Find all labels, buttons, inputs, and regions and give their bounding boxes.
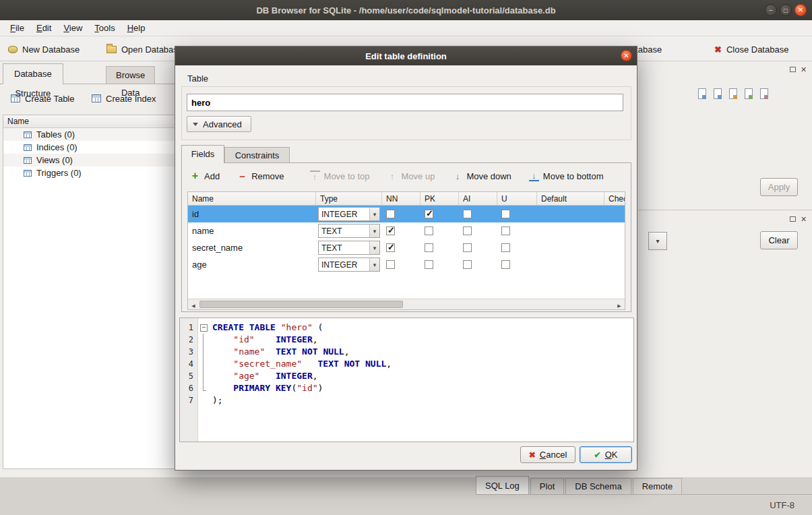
column-header-u[interactable]: U — [497, 192, 537, 205]
ai-checkbox[interactable] — [463, 243, 472, 252]
type-combo[interactable]: TEXT — [318, 224, 380, 238]
field-name-cell[interactable]: age — [188, 256, 316, 273]
column-header-default[interactable]: Default — [537, 192, 604, 205]
close-dock-icon[interactable] — [801, 214, 807, 224]
ok-button[interactable]: OK — [580, 446, 632, 463]
field-type-cell[interactable]: TEXT — [316, 222, 382, 239]
nn-checkbox[interactable] — [386, 226, 395, 235]
column-header-name[interactable]: Name — [188, 192, 316, 205]
u-checkbox[interactable] — [501, 243, 510, 252]
close-database-button[interactable]: Close Database — [714, 41, 788, 57]
menu-help[interactable]: Help — [121, 22, 152, 34]
tab-constraints[interactable]: Constraints — [224, 147, 290, 163]
add-button[interactable]: Add — [190, 171, 220, 181]
open-database-button[interactable]: Open Database — [106, 41, 183, 57]
new-database-button[interactable]: New Database — [8, 41, 80, 57]
u-checkbox[interactable] — [501, 260, 510, 269]
create-index-button[interactable]: Create Index — [86, 88, 161, 109]
field-check-cell[interactable] — [604, 206, 625, 222]
close-button[interactable] — [794, 4, 807, 16]
toolbar-icon[interactable] — [714, 88, 722, 99]
fold-marker-icon[interactable] — [197, 322, 210, 334]
u-checkbox[interactable] — [501, 210, 510, 218]
toolbar-icon[interactable] — [698, 88, 706, 99]
type-combo[interactable]: TEXT — [318, 241, 380, 255]
dialog-close-button[interactable] — [621, 50, 632, 61]
bottom-tab-sql-log[interactable]: SQL Log — [476, 476, 529, 495]
scrollbar-thumb[interactable] — [199, 301, 403, 308]
pk-checkbox[interactable] — [425, 210, 433, 218]
column-header-type[interactable]: Type — [316, 192, 382, 205]
tab-browse-data[interactable]: Browse Data — [106, 66, 155, 84]
menu-view[interactable]: View — [57, 22, 88, 34]
ai-checkbox[interactable] — [463, 226, 472, 235]
column-header-check[interactable]: Check — [604, 192, 625, 205]
bottom-tab-remote[interactable]: Remote — [633, 478, 683, 495]
field-name-cell[interactable]: id — [188, 206, 316, 222]
field-check-cell[interactable] — [604, 239, 625, 256]
field-default-cell[interactable] — [537, 206, 604, 222]
tab-fields[interactable]: Fields — [181, 145, 224, 163]
fold-marker-icon — [197, 358, 210, 370]
field-row[interactable]: nameTEXT — [188, 222, 625, 239]
scroll-left-arrow-icon[interactable] — [188, 299, 199, 309]
ai-checkbox[interactable] — [463, 210, 472, 218]
field-row[interactable]: secret_nameTEXT — [188, 239, 625, 256]
float-dock-icon[interactable] — [790, 67, 796, 72]
clear-button[interactable]: Clear — [760, 231, 798, 249]
column-header-ai[interactable]: AI — [459, 192, 497, 205]
close-dock-icon[interactable] — [801, 64, 807, 74]
pk-checkbox[interactable] — [425, 243, 433, 252]
u-checkbox[interactable] — [501, 226, 510, 235]
horizontal-scrollbar[interactable] — [188, 299, 625, 309]
type-combo[interactable]: INTEGER — [318, 258, 380, 272]
title-bar[interactable]: DB Browser for SQLite - /home/user/code/… — [0, 0, 812, 20]
close-database-icon — [714, 44, 722, 55]
menu-edit[interactable]: Edit — [30, 22, 57, 34]
column-header-pk[interactable]: PK — [420, 192, 459, 205]
pk-checkbox[interactable] — [425, 260, 433, 269]
field-type-cell[interactable]: INTEGER — [316, 256, 382, 273]
move-down-button[interactable]: Move down — [452, 171, 511, 181]
column-header-nn[interactable]: NN — [382, 192, 420, 205]
table-name-input[interactable] — [187, 94, 623, 111]
minimize-button[interactable] — [765, 4, 777, 16]
bottom-tab-plot[interactable]: Plot — [530, 478, 564, 495]
field-default-cell[interactable] — [537, 222, 604, 239]
bottom-tab-db-schema[interactable]: DB Schema — [565, 478, 631, 495]
field-default-cell[interactable] — [537, 239, 604, 256]
tab-database-structure[interactable]: Database Structure — [3, 63, 63, 84]
field-default-cell[interactable] — [537, 256, 604, 273]
scroll-right-arrow-icon[interactable] — [614, 299, 625, 309]
cancel-button[interactable]: Cancel — [520, 446, 575, 463]
field-row[interactable]: ageINTEGER — [188, 256, 625, 273]
toolbar-icon[interactable] — [745, 88, 753, 99]
mode-combo-fragment[interactable] — [648, 232, 667, 250]
nn-checkbox[interactable] — [386, 210, 395, 218]
apply-button[interactable]: Apply — [760, 178, 798, 196]
field-type-cell[interactable]: INTEGER — [316, 206, 382, 222]
toolbar-icon[interactable] — [729, 88, 737, 99]
field-check-cell[interactable] — [604, 256, 625, 273]
menu-file[interactable]: File — [4, 22, 30, 34]
menu-tools[interactable]: Tools — [88, 22, 121, 34]
field-row[interactable]: idINTEGER — [188, 206, 625, 222]
type-combo[interactable]: INTEGER — [318, 207, 380, 221]
dialog-title-bar[interactable]: Edit table definition — [175, 47, 637, 65]
pk-checkbox[interactable] — [425, 226, 433, 235]
maximize-button[interactable] — [780, 4, 792, 16]
dock-controls-top — [790, 64, 807, 74]
nn-checkbox[interactable] — [386, 260, 395, 269]
field-check-cell[interactable] — [604, 222, 625, 239]
field-name-cell[interactable]: name — [188, 222, 316, 239]
advanced-toggle-button[interactable]: Advanced — [187, 116, 251, 132]
sql-editor[interactable]: 1CREATE TABLE "hero" (2 "id" INTEGER,3 "… — [179, 317, 634, 442]
nn-checkbox[interactable] — [386, 243, 395, 252]
float-dock-icon[interactable] — [790, 216, 796, 222]
ai-checkbox[interactable] — [463, 260, 472, 269]
field-type-cell[interactable]: TEXT — [316, 239, 382, 256]
remove-button[interactable]: Remove — [237, 171, 284, 181]
field-name-cell[interactable]: secret_name — [188, 239, 316, 256]
toolbar-icon[interactable] — [760, 88, 768, 99]
move-to-bottom-button[interactable]: Move to bottom — [529, 171, 604, 181]
